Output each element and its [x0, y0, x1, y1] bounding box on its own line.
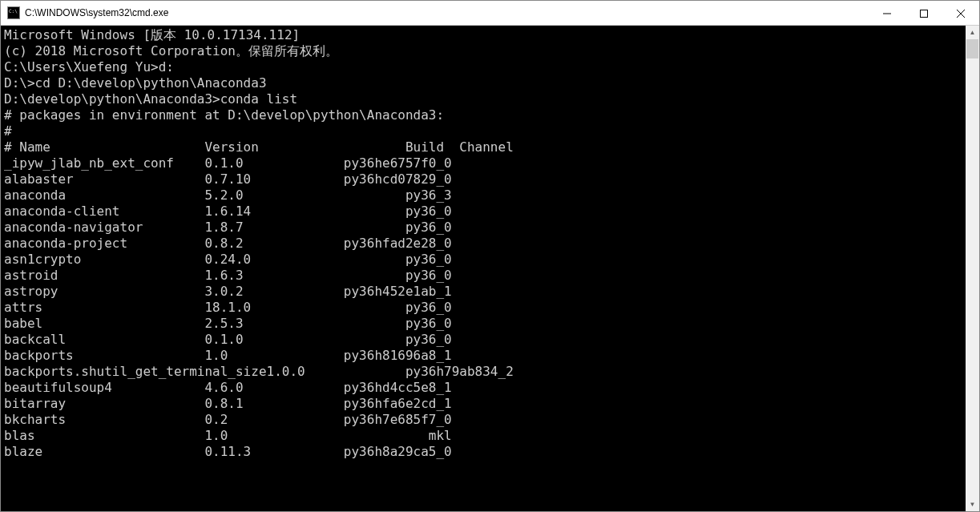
window-controls [869, 1, 979, 25]
terminal-line: bkcharts 0.2 py36h7e685f7_0 [4, 412, 962, 428]
maximize-button[interactable] [905, 1, 942, 26]
terminal-line: # Name Version Build Channel [4, 139, 962, 155]
terminal-line: anaconda-project 0.8.2 py36hfad2e28_0 [4, 236, 962, 252]
terminal-line: alabaster 0.7.10 py36hcd07829_0 [4, 171, 962, 187]
terminal-line: backports 1.0 py36h81696a8_1 [4, 348, 962, 364]
scroll-thumb[interactable] [966, 39, 978, 58]
terminal-line: backports.shutil_get_terminal_size1.0.0 … [4, 364, 962, 380]
terminal-line: D:\>cd D:\develop\python\Anaconda3 [4, 75, 962, 91]
terminal-line: bitarray 0.8.1 py36hfa6e2cd_1 [4, 396, 962, 412]
svg-rect-1 [921, 10, 928, 17]
terminal-line: anaconda-navigator 1.8.7 py36_0 [4, 220, 962, 236]
window-titlebar: C:\WINDOWS\system32\cmd.exe [1, 1, 979, 26]
terminal-line: blaze 0.11.3 py36h8a29ca5_0 [4, 444, 962, 460]
scroll-down-arrow[interactable]: ▼ [966, 498, 979, 511]
terminal-line: _ipyw_jlab_nb_ext_conf 0.1.0 py36he6757f… [4, 155, 962, 171]
terminal-line: # [4, 123, 962, 139]
close-button[interactable] [942, 1, 979, 26]
terminal-line: backcall 0.1.0 py36_0 [4, 332, 962, 348]
window-title: C:\WINDOWS\system32\cmd.exe [25, 7, 869, 18]
terminal-line: asn1crypto 0.24.0 py36_0 [4, 252, 962, 268]
terminal-line: astroid 1.6.3 py36_0 [4, 268, 962, 284]
terminal-line: C:\Users\Xuefeng Yu>d: [4, 59, 962, 75]
scroll-up-arrow[interactable]: ▲ [966, 26, 979, 39]
terminal-line: anaconda-client 1.6.14 py36_0 [4, 204, 962, 220]
minimize-button[interactable] [869, 1, 905, 26]
terminal-line: D:\develop\python\Anaconda3>conda list [4, 91, 962, 107]
terminal-line: beautifulsoup4 4.6.0 py36hd4cc5e8_1 [4, 380, 962, 396]
cmd-icon [7, 6, 20, 19]
terminal-line: anaconda 5.2.0 py36_3 [4, 187, 962, 204]
terminal-line: astropy 3.0.2 py36h452e1ab_1 [4, 284, 962, 300]
terminal-output[interactable]: Microsoft Windows [版本 10.0.17134.112](c)… [1, 26, 966, 511]
terminal-line: Microsoft Windows [版本 10.0.17134.112] [4, 27, 962, 43]
vertical-scrollbar[interactable]: ▲ ▼ [966, 26, 979, 511]
terminal-line: blas 1.0 mkl [4, 428, 962, 444]
terminal-line: babel 2.5.3 py36_0 [4, 316, 962, 332]
terminal-line: (c) 2018 Microsoft Corporation。保留所有权利。 [4, 43, 962, 59]
terminal-line: attrs 18.1.0 py36_0 [4, 300, 962, 316]
terminal-line: # packages in environment at D:\develop\… [4, 107, 962, 123]
terminal-container: Microsoft Windows [版本 10.0.17134.112](c)… [1, 26, 979, 511]
